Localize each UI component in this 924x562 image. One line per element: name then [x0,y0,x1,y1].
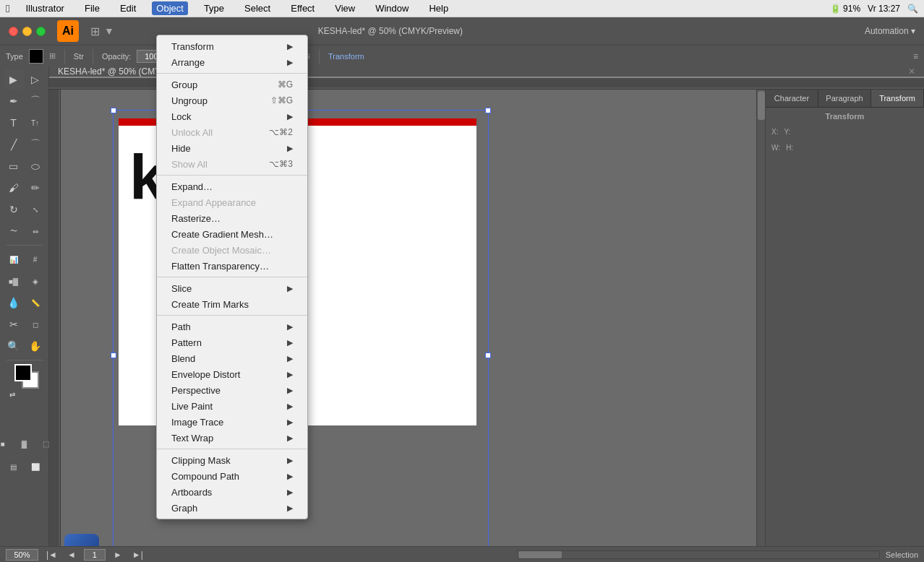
menubar-window[interactable]: Window [371,1,413,15]
paragraph-tab[interactable]: Paragraph [818,90,871,107]
menubar-illustrator[interactable]: Illustrator [21,1,68,15]
menu-item-text-wrap[interactable]: Text Wrap ▶ [157,430,307,446]
automation-label[interactable]: Automation ▾ [865,26,915,36]
menu-item-arrange[interactable]: Arrange ▶ [157,54,307,70]
apple-menu[interactable]:  [6,2,9,14]
menu-item-create-object-mosaic[interactable]: Create Object Mosaic… [157,242,307,258]
search-icon[interactable]: 🔍 [907,4,918,14]
arc-tool[interactable]: ⌒ [25,134,46,155]
menubar-select[interactable]: Select [240,1,275,15]
menu-item-envelope-distort[interactable]: Envelope Distort ▶ [157,366,307,382]
swap-colors-icon[interactable]: ⇄ [9,391,15,399]
eyedropper-tool[interactable]: 💧 [4,293,24,313]
direct-selection-tool[interactable]: ▷ [25,69,46,90]
menu-item-live-paint[interactable]: Live Paint ▶ [157,398,307,414]
menu-item-flatten-transparency[interactable]: Flatten Transparency… [157,258,307,274]
handle-ml[interactable] [111,353,116,358]
handle-tr[interactable] [485,108,491,113]
nav-next[interactable]: ►| [130,550,145,560]
menu-item-perspective[interactable]: Perspective ▶ [157,382,307,398]
menu-item-artboards[interactable]: Artboards ▶ [157,484,307,500]
shortcut-ungroup: ⇧⌘G [256,95,293,105]
menu-item-expand[interactable]: Expand… [157,178,307,194]
menubar-view[interactable]: View [330,1,359,15]
transform-panel-link[interactable]: Transform [328,52,364,61]
options-icon[interactable]: ≡ [913,51,918,61]
minimize-button[interactable] [22,27,32,36]
menu-item-transform[interactable]: Transform ▶ [157,38,307,54]
menu-item-show-all[interactable]: Show All ⌥⌘3 [157,156,307,172]
foreground-color-box[interactable] [14,364,32,381]
touch-type-tool[interactable]: T↑ [25,113,46,133]
rect-tool[interactable]: ▭ [4,156,24,176]
measure-tool[interactable]: 📏 [25,293,46,313]
menubar-object[interactable]: Object [152,1,188,15]
nav-forward[interactable]: ► [111,550,124,560]
gradient-mode[interactable]: ▓ [14,433,35,454]
gradient-tool[interactable]: ■▓ [4,271,24,291]
warp-tool[interactable]: 〜 [4,221,24,241]
line-tool[interactable]: ╱ [4,134,24,155]
menubar-file[interactable]: File [80,1,104,15]
tab-close-icon[interactable]: ✕ [908,66,915,77]
zoom-input[interactable] [6,549,38,561]
normal-mode[interactable]: ▤ [4,457,24,477]
blend-tool[interactable]: ◈ [25,271,46,291]
pen-tool[interactable]: ✒ [4,91,24,111]
menu-item-clipping-mask[interactable]: Clipping Mask ▶ [157,452,307,468]
menu-item-create-trim-marks[interactable]: Create Trim Marks [157,296,307,312]
scissors-tool[interactable]: ✂ [4,314,24,334]
mesh-tool[interactable]: # [25,249,46,269]
menu-item-blend[interactable]: Blend ▶ [157,350,307,366]
close-button[interactable] [9,27,18,36]
h-scrollbar-thumb[interactable] [518,551,562,558]
menubar-effect[interactable]: Effect [286,1,319,15]
ellipse-tool[interactable]: ⬭ [25,156,46,176]
curvature-tool[interactable]: ⌒ [25,91,46,111]
menu-item-create-gradient-mesh[interactable]: Create Gradient Mesh… [157,226,307,242]
type-tool[interactable]: T [4,113,24,133]
menu-item-ungroup[interactable]: Ungroup ⇧⌘G [157,92,307,108]
menu-item-compound-path[interactable]: Compound Path ▶ [157,468,307,484]
rotate-tool[interactable]: ↻ [4,199,24,220]
menu-item-pattern[interactable]: Pattern ▶ [157,334,307,350]
scrollbar-thumb[interactable] [758,91,765,120]
artboard-number-input[interactable] [84,549,106,561]
scale-tool[interactable]: ⤡ [25,199,46,220]
menu-item-lock[interactable]: Lock ▶ [157,108,307,124]
menu-item-slice[interactable]: Slice ▶ [157,280,307,296]
menu-item-path[interactable]: Path ▶ [157,319,307,334]
maximize-button[interactable] [36,27,46,36]
menu-item-image-trace[interactable]: Image Trace ▶ [157,414,307,430]
transform-tab[interactable]: Transform [871,90,924,107]
column-graph-tool[interactable]: 📊 [4,249,24,269]
fullscreen-mode[interactable]: ⬜ [25,457,46,477]
menubar-type[interactable]: Type [200,1,228,15]
paintbrush-tool[interactable]: 🖌 [4,178,24,198]
menu-item-unlock-all[interactable]: Unlock All ⌥⌘2 [157,124,307,140]
handle-mr[interactable] [485,353,491,358]
handle-tl[interactable] [111,108,116,113]
menu-item-rasterize[interactable]: Rasterize… [157,210,307,226]
stroke-color-swatch[interactable] [29,49,43,64]
character-tab[interactable]: Character [766,90,818,107]
menu-item-expand-appearance[interactable]: Expand Appearance [157,194,307,210]
hand-tool[interactable]: ✋ [25,336,46,356]
panel-toggle-icon[interactable]: ⊞ [90,25,100,38]
menu-item-group[interactable]: Group ⌘G [157,77,307,92]
menu-item-graph[interactable]: Graph ▶ [157,500,307,516]
menubar-edit[interactable]: Edit [116,1,140,15]
horizontal-scrollbar[interactable] [518,550,880,559]
menubar-help[interactable]: Help [424,1,453,15]
vertical-scrollbar[interactable] [756,90,765,546]
nav-back[interactable]: ◄ [65,550,78,560]
menu-item-hide[interactable]: Hide ▶ [157,140,307,156]
selection-tool[interactable]: ▶ [4,69,24,90]
width-tool[interactable]: ⇔ [25,221,46,241]
fill-mode[interactable]: ■ [0,433,13,454]
panel-menu-icon[interactable]: ▼ [104,25,114,37]
eraser-tool[interactable]: ◻ [25,314,46,334]
zoom-tool[interactable]: 🔍 [4,336,24,356]
pencil-tool[interactable]: ✏ [25,178,46,198]
nav-prev[interactable]: |◄ [44,550,59,560]
